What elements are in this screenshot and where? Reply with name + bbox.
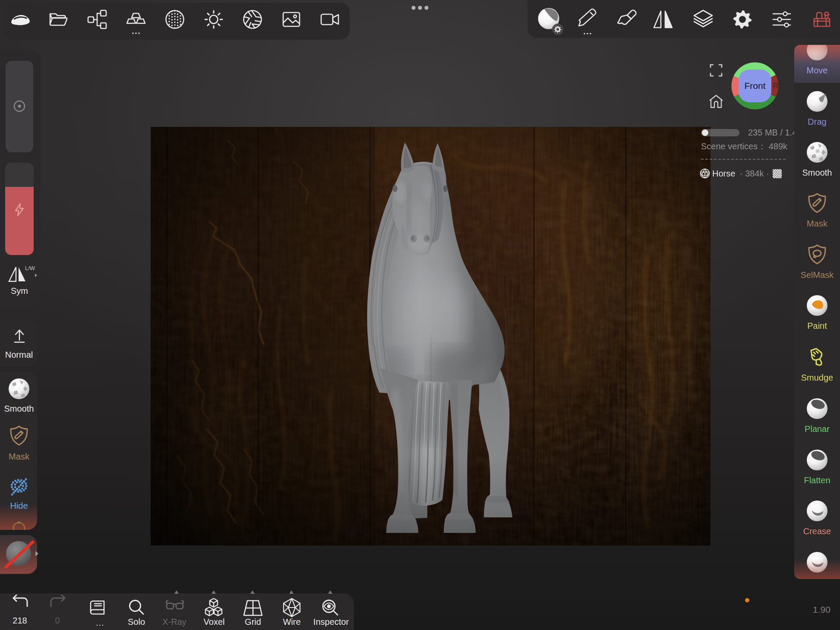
svg-text:R: R [773, 82, 779, 90]
svg-text:L/W: L/W [25, 265, 35, 271]
svg-text:Front: Front [744, 81, 765, 91]
